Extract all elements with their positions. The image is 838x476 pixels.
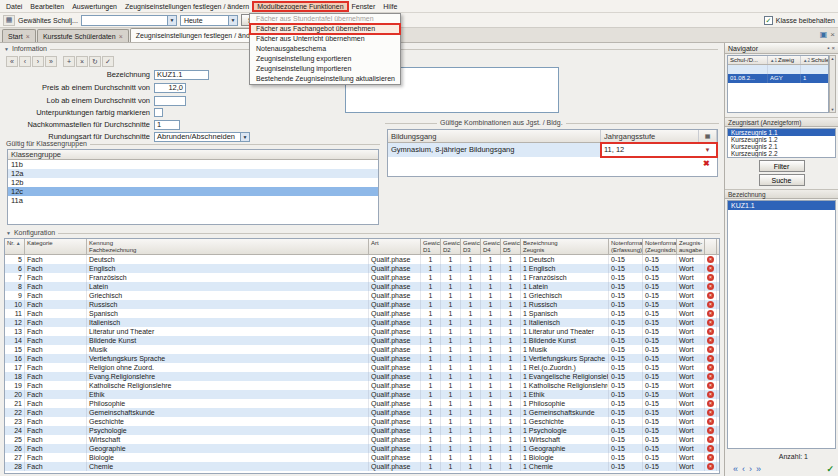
unterpunktung-checkbox[interactable]: [154, 108, 163, 117]
table-row[interactable]: 24FachPsychologieQualif.phase111111 Psyc…: [5, 426, 719, 435]
collapse-icon[interactable]: ▼: [6, 230, 11, 236]
preis-input[interactable]: 12,0: [154, 83, 186, 93]
refresh-record-icon[interactable]: ↻: [89, 56, 101, 67]
row-status-icon[interactable]: ×: [705, 462, 717, 471]
row-dropdown-icon[interactable]: ▼: [699, 143, 717, 157]
column-header[interactable]: Art: [369, 239, 421, 254]
menu-item[interactable]: Zeugniseinstellung importieren: [250, 64, 400, 74]
table-row[interactable]: 13FachLiteratur und TheaterQualif.phase1…: [5, 327, 719, 336]
column-header-bildungsgang[interactable]: Bildungsgang: [388, 130, 601, 143]
module-icon[interactable]: ▦: [3, 15, 15, 26]
menubar-item[interactable]: Fenster: [348, 2, 380, 11]
menubar-item[interactable]: Zeugniseinstellungen festlegen / ändern: [121, 2, 253, 11]
table-row[interactable]: 23FachGeschichteQualif.phase111111 Gesch…: [5, 417, 719, 426]
close-tab-icon[interactable]: ×: [119, 33, 123, 40]
row-status-icon[interactable]: ×: [705, 408, 717, 417]
next-record-icon[interactable]: ›: [749, 464, 752, 474]
column-options-icon[interactable]: ▦: [699, 130, 717, 143]
row-status-icon[interactable]: ×: [705, 399, 717, 408]
row-status-icon[interactable]: ×: [705, 381, 717, 390]
menu-item[interactable]: Fächer aus Fachangebot übernehmen: [250, 24, 400, 34]
filter-button[interactable]: Filter: [759, 160, 805, 172]
list-item[interactable]: Kurszeugnis 1.1: [728, 129, 835, 136]
next-record-icon[interactable]: ›: [32, 56, 44, 67]
row-status-icon[interactable]: ×: [705, 363, 717, 372]
table-row[interactable]: 17FachReligion ohne Zuord.Qualif.phase11…: [5, 363, 719, 372]
column-header[interactable]: Gewicht D3: [461, 239, 481, 254]
menu-item[interactable]: Zeugniseinstellung exportieren: [250, 54, 400, 64]
school-year-select[interactable]: ▼: [81, 15, 177, 26]
row-status-icon[interactable]: ×: [705, 327, 717, 336]
column-header[interactable]: Gewicht D2: [441, 239, 461, 254]
delete-row-icon[interactable]: ✖: [703, 159, 710, 168]
row-status-icon[interactable]: ×: [705, 354, 717, 363]
table-row[interactable]: 25FachWirtschaftQualif.phase111111 Wirts…: [5, 435, 719, 444]
table-row[interactable]: 16FachVertiefungskurs SpracheQualif.phas…: [5, 354, 719, 363]
table-row[interactable]: 19FachKatholische ReligionslehreQualif.p…: [5, 381, 719, 390]
list-item[interactable]: 12c: [8, 187, 378, 196]
table-row[interactable]: 20FachEthikQualif.phase111111 Ethik0-150…: [5, 390, 719, 399]
accept-record-icon[interactable]: ✓: [102, 56, 114, 67]
collapse-icon[interactable]: ▼: [4, 46, 9, 52]
menubar-item[interactable]: Datei: [2, 2, 26, 11]
column-header-jahrgangsstufe[interactable]: Jahrgangsstufe: [601, 130, 699, 143]
table-row[interactable]: 5FachDeutschQualif.phase111111 Deutsch0-…: [5, 255, 719, 264]
prev-record-icon[interactable]: ‹: [19, 56, 31, 67]
menu-item[interactable]: Notenausgabeschema: [250, 44, 400, 54]
chevron-down-icon[interactable]: ▼: [167, 16, 176, 25]
table-row[interactable]: 15FachMusikQualif.phase111111 Musik0-150…: [5, 345, 719, 354]
row-status-icon[interactable]: ×: [705, 291, 717, 300]
table-row[interactable]: 18FachEvang.ReligionslehreQualif.phase11…: [5, 372, 719, 381]
table-row[interactable]: 26FachGeographieQualif.phase111111 Geogr…: [5, 444, 719, 453]
table-row[interactable]: 22FachGemeinschaftskundeQualif.phase1111…: [5, 408, 719, 417]
menubar-item[interactable]: Hilfe: [379, 2, 401, 11]
menu-item[interactable]: Fächer aus Stundentafel übernehmen: [250, 14, 400, 24]
list-item[interactable]: 12b: [8, 178, 378, 187]
table-row[interactable]: 28FachChemieQualif.phase111111 Chemie0-1…: [5, 462, 719, 471]
row-status-icon[interactable]: ×: [705, 444, 717, 453]
row-status-icon[interactable]: ×: [705, 336, 717, 345]
row-status-icon[interactable]: ×: [705, 426, 717, 435]
menu-item[interactable]: Fächer aus Unterricht übernehmen: [250, 34, 400, 44]
row-status-icon[interactable]: ×: [705, 435, 717, 444]
bildungsgang-cell[interactable]: Gymnasium, 8-jähriger Bildungsgang: [388, 143, 601, 157]
row-status-icon[interactable]: ×: [705, 345, 717, 354]
list-item[interactable]: 12a: [8, 169, 378, 178]
column-header-klassengruppe[interactable]: Klassengruppe: [8, 150, 378, 160]
prev-record-icon[interactable]: ‹: [742, 464, 745, 474]
row-status-icon[interactable]: ×: [705, 255, 717, 264]
table-row[interactable]: 12FachItalienischQualif.phase111111 Ital…: [5, 318, 719, 327]
row-status-icon[interactable]: ×: [705, 417, 717, 426]
pin-icon[interactable]: ▪: [827, 45, 829, 51]
keep-class-checkbox[interactable]: ✓: [764, 16, 773, 25]
delete-record-icon[interactable]: ×: [76, 56, 88, 67]
table-row[interactable]: 27FachBiologieQualif.phase111111 Biologi…: [5, 453, 719, 462]
list-item[interactable]: 11b: [8, 160, 378, 169]
column-header[interactable]: Bezeichnung Zeugnis: [521, 239, 609, 254]
menubar-item[interactable]: Modulbezogene Funktionen: [253, 2, 347, 11]
first-record-icon[interactable]: «: [6, 56, 18, 67]
table-row[interactable]: 14FachBildende KunstQualif.phase111111 B…: [5, 336, 719, 345]
close-icon[interactable]: ×: [831, 45, 835, 51]
row-status-icon[interactable]: ×: [705, 318, 717, 327]
table-row[interactable]: 6FachEnglischQualif.phase111111 Englisch…: [5, 264, 719, 273]
column-header[interactable]: Gewicht D1: [421, 239, 441, 254]
list-item[interactable]: Kurszeugnis 2.1: [728, 143, 835, 150]
column-header[interactable]: ▲2Schule: [801, 56, 829, 64]
column-header[interactable]: Notenformat (Erfassung): [609, 239, 643, 254]
bezeichnung-input[interactable]: KUZ1.1: [154, 70, 209, 80]
row-status-icon[interactable]: ×: [705, 390, 717, 399]
close-tab-icon[interactable]: ×: [26, 33, 30, 40]
column-header[interactable]: Schul-/D...: [728, 56, 768, 64]
last-record-icon[interactable]: »: [756, 464, 761, 474]
first-record-icon[interactable]: «: [733, 464, 738, 474]
column-header[interactable]: Notenformat (Zeugnisdruck): [643, 239, 677, 254]
nachkomma-input[interactable]: 1: [154, 120, 180, 130]
row-status-icon[interactable]: ×: [705, 273, 717, 282]
kombination-row[interactable]: Gymnasium, 8-jähriger Bildungsgang 11, 1…: [388, 143, 717, 157]
column-header[interactable]: Gewicht D4: [481, 239, 501, 254]
tab[interactable]: Start×: [2, 29, 36, 42]
lob-input[interactable]: [154, 96, 186, 106]
table-row[interactable]: 01.08.2...AGY1: [728, 74, 828, 83]
list-item[interactable]: Kurszeugnis 1.2: [728, 136, 835, 143]
